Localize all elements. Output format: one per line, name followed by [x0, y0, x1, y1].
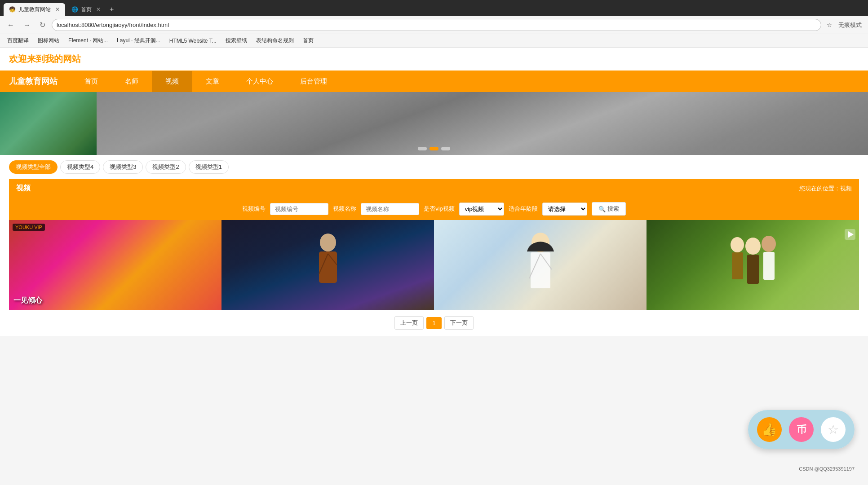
tab-bar: 🧒 儿童教育网站 ✕ 🌐 首页 ✕ + — [0, 0, 868, 16]
tab-2-label: 首页 — [81, 6, 92, 13]
bookmark-1[interactable]: 图标网站 — [35, 36, 62, 45]
svg-rect-5 — [531, 252, 550, 288]
video-card-2[interactable] — [221, 220, 434, 310]
tab-2[interactable]: 🌐 首页 ✕ — [66, 3, 106, 16]
nav-admin[interactable]: 后台管理 — [287, 71, 341, 92]
tab-1[interactable]: 🧒 儿童教育网站 ✕ — [4, 3, 65, 16]
bookmark-star[interactable]: ☆ — [825, 21, 834, 29]
profile-label: 无痕模式 — [838, 22, 862, 28]
tab-1-close[interactable]: ✕ — [55, 6, 60, 13]
page-1-btn[interactable]: 1 — [426, 317, 441, 329]
breadcrumb: 您现在的位置：视频 — [799, 185, 852, 193]
nav-article[interactable]: 文章 — [192, 71, 233, 92]
search-vip-select[interactable]: vip视频 — [459, 203, 504, 216]
svg-rect-9 — [732, 252, 743, 279]
prev-page-btn[interactable]: 上一页 — [394, 316, 424, 330]
bookmarks-bar: 百度翻译 图标网站 Element · 网站... Layui · 经典开源..… — [0, 34, 868, 48]
video-grid: 一见倾心 YOUKU VIP — [9, 220, 859, 310]
profile-button[interactable]: 无痕模式 — [837, 20, 864, 30]
bookmark-3[interactable]: Layui · 经典开源... — [114, 36, 163, 45]
refresh-button[interactable]: ↻ — [37, 20, 48, 30]
bookmark-0[interactable]: 百度翻译 — [4, 36, 31, 45]
search-label-age: 适合年龄段 — [509, 205, 538, 213]
banner-dot-1[interactable] — [430, 147, 438, 150]
nav-home[interactable]: 首页 — [71, 71, 111, 92]
next-page-btn[interactable]: 下一页 — [444, 316, 474, 330]
search-btn-label: 搜索 — [607, 205, 619, 213]
video-thumb-3 — [434, 220, 647, 310]
banner-left — [0, 92, 97, 155]
search-name-input[interactable] — [361, 203, 419, 215]
bookmark-2[interactable]: Element · 网站... — [66, 36, 111, 45]
bookmark-7[interactable]: 首页 — [300, 36, 316, 45]
search-number-input[interactable] — [270, 203, 328, 215]
filter-tabs: 视频类型全部 视频类型4 视频类型3 视频类型2 视频类型1 — [9, 160, 859, 174]
back-button[interactable]: ← — [4, 20, 17, 30]
filter-tab-all[interactable]: 视频类型全部 — [9, 160, 58, 174]
banner-right — [97, 92, 868, 155]
tab-2-close[interactable]: ✕ — [96, 6, 101, 13]
video-thumb-4 — [647, 220, 859, 310]
banner-dot-0[interactable] — [418, 147, 427, 150]
address-bar[interactable] — [52, 19, 821, 31]
section-title: 视频 — [16, 184, 31, 193]
filter-tab-4[interactable]: 视频类型4 — [60, 160, 100, 174]
search-label-number: 视频编号 — [242, 205, 266, 213]
video-thumb-1: 一见倾心 — [9, 220, 221, 310]
video-figure-3 — [434, 220, 647, 310]
tab-1-favicon: 🧒 — [9, 6, 16, 13]
browser-toolbar: ← → ↻ ☆ 无痕模式 — [0, 16, 868, 34]
filter-tab-3[interactable]: 视频类型3 — [103, 160, 143, 174]
filter-tab-2[interactable]: 视频类型2 — [146, 160, 186, 174]
filter-section: 视频类型全部 视频类型4 视频类型3 视频类型2 视频类型1 — [0, 155, 868, 179]
filter-tab-1[interactable]: 视频类型1 — [189, 160, 229, 174]
search-icon: 🔍 — [598, 206, 606, 212]
banner-dot-2[interactable] — [441, 147, 450, 150]
page-content: 欢迎来到我的网站 儿童教育网站 首页 名师 视频 文章 个人中心 后台管理 视频… — [0, 48, 868, 336]
search-button[interactable]: 🔍 搜索 — [592, 202, 626, 216]
nav-logo: 儿童教育网站 — [9, 71, 66, 92]
site-header: 欢迎来到我的网站 — [0, 48, 868, 71]
section-bar: 视频 您现在的位置：视频 视频编号 视频名称 是否vip视频 vip视频 适合年… — [9, 179, 859, 220]
svg-point-0 — [320, 234, 336, 251]
svg-rect-11 — [747, 255, 759, 284]
section-header: 视频 您现在的位置：视频 — [9, 179, 859, 198]
nav-video[interactable]: 视频 — [152, 71, 192, 92]
svg-point-10 — [745, 238, 761, 255]
video-thumb-2 — [221, 220, 434, 310]
forward-button[interactable]: → — [21, 20, 33, 30]
pagination: 上一页 1 下一页 — [9, 310, 859, 336]
video-card-4[interactable] — [647, 220, 859, 310]
toolbar-icons: ☆ 无痕模式 — [825, 20, 864, 30]
search-label-name: 视频名称 — [333, 205, 356, 213]
search-label-vip: 是否vip视频 — [424, 205, 455, 213]
vip-badge-1: YOUKU VIP — [13, 224, 45, 231]
svg-point-8 — [731, 237, 744, 252]
browser-chrome: 🧒 儿童教育网站 ✕ 🌐 首页 ✕ + ← → ↻ ☆ 无痕模式 百度翻译 图标… — [0, 0, 868, 48]
site-welcome: 欢迎来到我的网站 — [9, 54, 81, 64]
video-figure-2 — [221, 220, 434, 310]
bookmark-6[interactable]: 表结构命名规则 — [253, 36, 297, 45]
video-section: 视频 您现在的位置：视频 视频编号 视频名称 是否vip视频 vip视频 适合年… — [9, 179, 859, 336]
tab-2-favicon: 🌐 — [71, 6, 78, 13]
video-card-3[interactable] — [434, 220, 647, 310]
video-figures-4 — [647, 220, 859, 310]
search-bar: 视频编号 视频名称 是否vip视频 vip视频 适合年龄段 请选择 🔍 搜索 — [9, 198, 859, 220]
nav-profile[interactable]: 个人中心 — [233, 71, 287, 92]
banner-dots — [418, 147, 450, 150]
bookmark-4[interactable]: HTML5 Website T... — [167, 37, 219, 45]
tab-1-label: 儿童教育网站 — [18, 6, 51, 13]
video-card-1[interactable]: 一见倾心 YOUKU VIP — [9, 220, 221, 310]
bookmark-5[interactable]: 搜索壁纸 — [223, 36, 250, 45]
video-title-overlay-1: 一见倾心 — [13, 296, 42, 305]
svg-point-12 — [762, 236, 776, 252]
play-icon-4 — [845, 224, 855, 244]
search-age-select[interactable]: 请选择 — [542, 203, 587, 216]
main-nav: 儿童教育网站 首页 名师 视频 文章 个人中心 后台管理 — [0, 71, 868, 92]
nav-teacher[interactable]: 名师 — [111, 71, 152, 92]
svg-rect-13 — [763, 252, 775, 280]
new-tab-button[interactable]: + — [107, 3, 116, 16]
banner — [0, 92, 868, 155]
